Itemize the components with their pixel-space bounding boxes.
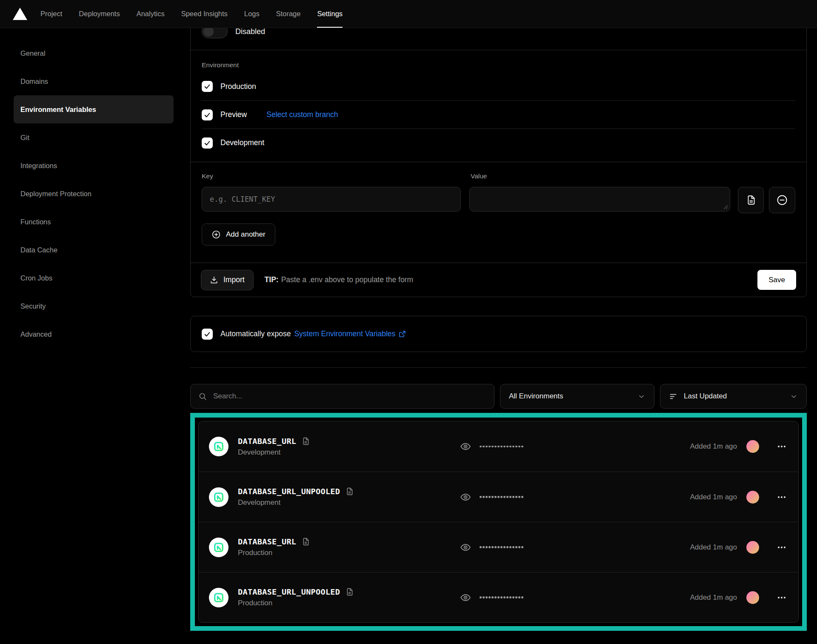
resize-grip[interactable] [723,205,728,209]
added-timestamp: Added 1m ago [690,543,737,552]
env-var-environment: Development [238,498,354,507]
highlight-box: DATABASE_URL Development Added 1m ago [190,413,807,631]
added-timestamp: Added 1m ago [690,442,737,451]
sidebar-item-deployment-protection[interactable]: Deployment Protection [14,180,174,208]
key-input[interactable] [202,187,461,212]
tip-bold: TIP: [265,275,279,284]
nav-tab-project[interactable]: Project [40,0,62,28]
production-checkbox[interactable] [202,81,213,92]
create-env-var-panel: Disabled Environment Production Preview … [190,13,807,297]
env-var-environment: Development [238,448,310,457]
import-label: Import [223,275,245,284]
save-button[interactable]: Save [757,270,796,290]
row-menu-button[interactable] [778,446,786,447]
eye-icon[interactable] [460,492,471,503]
note-icon [301,437,310,446]
hidden-value-dots [480,496,523,498]
key-value-section: Key Value [191,162,806,263]
sidebar-item-general[interactable]: General [14,39,174,67]
nav-tab-logs[interactable]: Logs [244,0,260,28]
preview-checkbox[interactable] [202,109,213,120]
sidebar-item-data-cache[interactable]: Data Cache [14,236,174,264]
added-timestamp: Added 1m ago [690,593,737,602]
env-var-row: DATABASE_URL Production Added 1m ago [199,522,798,572]
row-menu-button[interactable] [778,547,786,548]
development-checkbox[interactable] [202,137,213,149]
chevron-down-icon [790,392,798,401]
filter-bar: All Environments Last Updated [190,384,807,409]
document-icon [746,195,757,206]
import-tip: TIP:Paste a .env above to populate the f… [265,275,413,284]
add-another-button[interactable]: Add another [202,223,275,246]
select-custom-branch-link[interactable]: Select custom branch [266,110,338,119]
plus-circle-icon [211,230,221,239]
vercel-logo-icon [13,8,27,20]
search-input[interactable] [213,392,486,401]
remove-row-button[interactable] [769,187,795,213]
environment-option-development: Development [202,129,795,157]
system-env-label: Automatically expose [220,329,291,338]
system-env-link[interactable]: System Environment Variables [294,329,406,338]
nav-tab-settings[interactable]: Settings [317,0,343,28]
sort-dropdown[interactable]: Last Updated [660,384,807,409]
nav-tab-storage[interactable]: Storage [276,0,301,28]
sidebar-item-functions[interactable]: Functions [14,208,174,236]
env-var-row: DATABASE_URL_UNPOOLED Production Added 1… [199,572,798,622]
sort-icon [669,392,678,401]
environment-filter-dropdown[interactable]: All Environments [500,384,654,409]
eye-icon[interactable] [460,441,471,452]
user-avatar [746,440,759,453]
sensitive-toggle-label: Disabled [235,27,265,36]
nav-tab-analytics[interactable]: Analytics [137,0,165,28]
preview-checkbox-label: Preview [220,110,247,119]
hidden-value-dots [480,596,523,598]
add-another-label: Add another [226,230,266,239]
neon-integration-icon [209,437,229,456]
system-env-panel: Automatically expose System Environment … [190,316,807,352]
sidebar-item-advanced[interactable]: Advanced [14,320,174,348]
nav-tabs: Project Deployments Analytics Speed Insi… [40,0,343,28]
development-checkbox-label: Development [220,138,264,147]
sidebar-item-integrations[interactable]: Integrations [14,152,174,180]
external-link-icon [398,330,406,338]
import-button[interactable]: Import [201,270,254,290]
sort-value: Last Updated [684,392,727,401]
env-var-name: DATABASE_URL_UNPOOLED [238,587,340,596]
user-avatar [746,591,759,604]
check-icon [203,83,211,90]
chevron-down-icon [637,392,646,401]
neon-integration-icon [209,588,229,607]
eye-icon[interactable] [460,592,471,603]
user-avatar [746,491,759,504]
sidebar-item-cron-jobs[interactable]: Cron Jobs [14,264,174,292]
env-var-environment: Production [238,549,310,557]
sidebar-item-environment-variables[interactable]: Environment Variables [14,95,174,123]
environment-option-production: Production [202,72,795,100]
added-timestamp: Added 1m ago [690,493,737,501]
row-menu-button[interactable] [778,496,786,498]
env-var-table: DATABASE_URL Development Added 1m ago [198,421,799,623]
row-menu-button[interactable] [778,597,786,598]
key-label: Key [202,172,471,180]
environment-option-preview: Preview Select custom branch [202,100,795,129]
sidebar-item-security[interactable]: Security [14,292,174,320]
system-env-checkbox[interactable] [202,329,213,340]
env-var-name: DATABASE_URL [238,437,296,446]
neon-integration-icon [209,538,229,557]
check-icon [203,111,211,119]
eye-icon[interactable] [460,542,471,553]
env-var-row: DATABASE_URL Development Added 1m ago [199,421,798,472]
production-checkbox-label: Production [220,82,256,91]
nav-tab-speed-insights[interactable]: Speed Insights [181,0,228,28]
value-label: Value [471,172,487,180]
nav-tab-deployments[interactable]: Deployments [79,0,120,28]
note-button[interactable] [738,187,764,213]
environment-section: Environment Production Preview Select cu… [191,50,806,162]
sidebar-item-git[interactable]: Git [14,123,174,152]
env-var-row: DATABASE_URL_UNPOOLED Development Added … [199,472,798,522]
sidebar-item-domains[interactable]: Domains [14,67,174,95]
top-navigation: Project Deployments Analytics Speed Insi… [0,0,817,28]
note-icon [345,487,354,496]
env-var-environment: Production [238,599,354,607]
value-input[interactable] [469,187,730,212]
